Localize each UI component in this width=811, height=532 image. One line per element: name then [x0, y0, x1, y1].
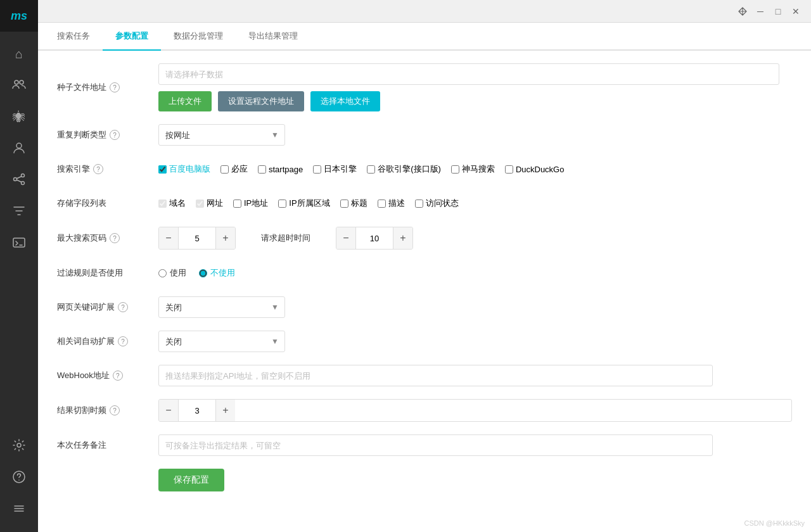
sidebar-nav: ⌂ 🕷 — [0, 32, 38, 431]
field-url-label: 网址 — [207, 198, 223, 209]
set-remote-button[interactable]: 设置远程文件地址 — [218, 91, 304, 111]
field-ip[interactable]: IP地址 — [233, 198, 268, 209]
related-expand-select[interactable]: 关闭 — [158, 331, 285, 352]
search-engine-help[interactable]: ? — [93, 164, 103, 174]
filter-icon — [12, 204, 26, 221]
filter-rule-control: 使用 不使用 — [158, 267, 792, 279]
save-button[interactable]: 保存配置 — [158, 469, 224, 491]
engine-japan[interactable]: 日本引擎 — [313, 163, 357, 175]
engine-shenma-checkbox[interactable] — [451, 165, 459, 174]
engine-biyou-checkbox[interactable] — [220, 165, 229, 174]
engine-duckduckgo[interactable]: DuckDuckGo — [505, 165, 565, 174]
dedup-type-help[interactable]: ? — [110, 130, 120, 140]
minimize-button[interactable]: ─ — [751, 3, 769, 20]
seed-file-row: 种子文件地址 ? 上传文件 设置远程文件地址 选择本地文件 — [57, 63, 792, 111]
result-freq-plus[interactable]: + — [216, 400, 235, 421]
timeout-minus[interactable]: − — [336, 227, 355, 249]
timeout-input[interactable] — [355, 227, 393, 249]
sidebar-item-filter[interactable] — [0, 196, 38, 228]
engine-duckduckgo-checkbox[interactable] — [505, 165, 513, 174]
max-page-input[interactable] — [178, 227, 216, 249]
svg-point-9 — [17, 443, 21, 447]
filter-use-label: 使用 — [170, 267, 186, 279]
close-button[interactable]: ✕ — [787, 3, 805, 20]
sidebar-item-terminal[interactable] — [0, 228, 38, 260]
seed-file-help[interactable]: ? — [110, 82, 120, 92]
field-ip-region[interactable]: IP所属区域 — [278, 198, 329, 209]
user-icon — [12, 141, 26, 158]
tab-data-batch[interactable]: 数据分批管理 — [161, 23, 236, 51]
max-page-control: − + 请求超时时间 − + — [158, 227, 792, 250]
sidebar-item-menu[interactable] — [0, 494, 38, 526]
sidebar-item-user[interactable] — [0, 133, 38, 165]
sidebar-item-group[interactable] — [0, 70, 38, 101]
storage-fields-group: 域名 网址 IP地址 IP所属区域 — [158, 198, 792, 209]
engine-baidu[interactable]: 百度电脑版 — [158, 163, 210, 175]
field-domain-checkbox — [158, 200, 167, 208]
seed-file-input[interactable] — [158, 63, 779, 85]
max-page-help[interactable]: ? — [110, 233, 120, 243]
filter-no-use[interactable]: 不使用 — [199, 267, 235, 279]
engine-google-api-checkbox[interactable] — [367, 165, 375, 174]
sidebar-item-help[interactable] — [0, 462, 38, 494]
field-ip-region-checkbox[interactable] — [278, 200, 286, 208]
maximize-button[interactable]: □ — [769, 3, 787, 20]
timeout-stepper: − + — [336, 227, 413, 250]
max-page-minus[interactable]: − — [159, 227, 178, 249]
engine-biyou-label: 必应 — [231, 163, 248, 175]
field-title-checkbox[interactable] — [340, 200, 348, 208]
tab-param-config[interactable]: 参数配置 — [103, 23, 161, 51]
engine-biyou[interactable]: 必应 — [220, 163, 248, 175]
svg-point-11 — [18, 479, 20, 481]
result-freq-input[interactable] — [178, 400, 216, 421]
field-desc[interactable]: 描述 — [378, 198, 405, 209]
sidebar-item-spider[interactable]: 🕷 — [0, 101, 38, 133]
sidebar-item-home[interactable]: ⌂ — [0, 38, 38, 70]
result-freq-help[interactable]: ? — [110, 405, 120, 415]
dedup-type-select[interactable]: 按网址 — [158, 124, 285, 146]
engine-google-api[interactable]: 谷歌引擎(接口版) — [367, 163, 441, 175]
engine-baidu-checkbox[interactable] — [158, 165, 167, 174]
field-domain-label: 域名 — [169, 198, 186, 209]
storage-fields-row: 存储字段列表 域名 网址 IP地址 — [57, 193, 792, 214]
timeout-plus[interactable]: + — [393, 227, 412, 249]
filter-no-use-radio[interactable] — [199, 269, 207, 277]
dedup-type-label: 重复判断类型 ? — [57, 129, 158, 141]
sidebar-item-share[interactable] — [0, 165, 38, 196]
svg-point-0 — [15, 80, 18, 84]
upload-file-button[interactable]: 上传文件 — [158, 91, 212, 111]
field-ip-checkbox[interactable] — [233, 200, 241, 208]
webhook-help[interactable]: ? — [113, 370, 123, 381]
webhook-input[interactable] — [158, 365, 713, 386]
move-button[interactable] — [734, 3, 751, 20]
related-expand-help[interactable]: ? — [118, 336, 128, 346]
field-title[interactable]: 标题 — [340, 198, 367, 209]
filter-use-radio[interactable] — [158, 269, 167, 277]
engine-japan-checkbox[interactable] — [313, 165, 321, 174]
sidebar-bottom — [0, 431, 38, 532]
engine-startpage[interactable]: startpage — [258, 165, 303, 174]
keyword-expand-select[interactable]: 关闭 — [158, 296, 285, 318]
field-access-checkbox[interactable] — [415, 200, 423, 208]
tab-export-result[interactable]: 导出结果管理 — [236, 23, 310, 51]
field-access[interactable]: 访问状态 — [415, 198, 459, 209]
tab-search-task[interactable]: 搜索任务 — [44, 23, 103, 51]
task-note-input[interactable] — [158, 434, 713, 456]
keyword-expand-help[interactable]: ? — [118, 302, 128, 312]
filter-use[interactable]: 使用 — [158, 267, 186, 279]
save-row: 保存配置 — [57, 469, 792, 491]
hamburger-icon — [12, 502, 26, 519]
home-icon: ⌂ — [15, 47, 23, 61]
result-freq-minus[interactable]: − — [159, 400, 178, 421]
engine-startpage-checkbox[interactable] — [258, 165, 266, 174]
engine-shenma[interactable]: 神马搜索 — [451, 163, 495, 175]
webhook-control — [158, 365, 792, 386]
select-local-button[interactable]: 选择本地文件 — [310, 91, 380, 111]
save-control: 保存配置 — [158, 469, 224, 491]
seed-file-label: 种子文件地址 ? — [57, 82, 158, 93]
sidebar-item-settings[interactable] — [0, 431, 38, 462]
field-desc-checkbox[interactable] — [378, 200, 386, 208]
max-page-plus[interactable]: + — [216, 227, 235, 249]
help-icon — [12, 470, 26, 487]
filter-rule-label: 过滤规则是否使用 — [57, 267, 158, 279]
